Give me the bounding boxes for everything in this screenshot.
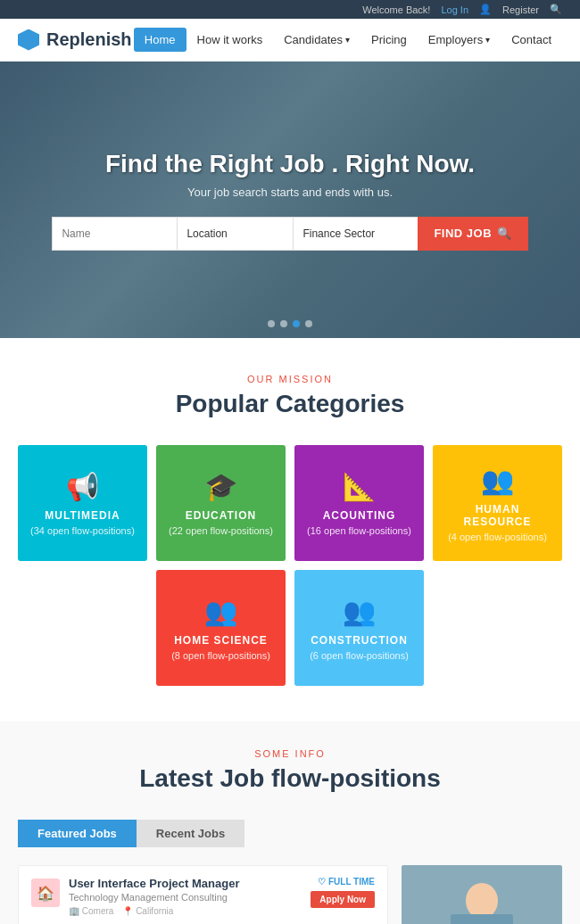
homescience-icon: 👥: [204, 596, 237, 627]
apply-button-1[interactable]: Apply Now: [311, 891, 375, 908]
jobs-layout: 🏠 User Interface Project Manager Technol…: [18, 865, 562, 924]
login-link[interactable]: Log In: [441, 4, 468, 15]
multimedia-count: (34 open flow-positions): [30, 525, 135, 536]
svg-rect-4: [451, 914, 513, 924]
categories-label: OUR MISSION: [18, 374, 562, 384]
location-select[interactable]: Location: [177, 217, 293, 251]
hero-section: Find the Right Job . Right Now. Your job…: [0, 62, 580, 338]
categories-section: OUR MISSION Popular Categories 📢 MULTIME…: [0, 338, 580, 722]
education-icon: 🎓: [204, 471, 237, 502]
nav-how-it-works[interactable]: How it works: [186, 28, 274, 52]
dot-3[interactable]: [293, 320, 300, 327]
nav-contact[interactable]: Contact: [501, 28, 562, 52]
job-item: 🏠 User Interface Project Manager Technol…: [18, 865, 388, 924]
job-icon-1: 🏠: [31, 879, 60, 907]
nav-bar: Replenish Home How it works Candidates P…: [0, 19, 580, 62]
construction-icon: 👥: [343, 596, 376, 627]
name-input[interactable]: [52, 217, 177, 251]
category-home-science[interactable]: 👥 HOME SCIENCE (8 open flow-positions): [156, 570, 286, 686]
education-name: EDUCATION: [186, 509, 256, 522]
accounting-count: (16 open flow-positions): [307, 525, 411, 536]
register-link[interactable]: Register: [502, 4, 539, 15]
jobs-tabs: Featured Jobs Recent Jobs: [18, 820, 562, 847]
dot-1[interactable]: [268, 320, 275, 327]
hr-name: HUMAN RESOURCE: [442, 503, 553, 528]
category-accounting[interactable]: 📐 ACOUNTING (16 open flow-positions): [294, 445, 424, 561]
search-icon[interactable]: 🔍: [550, 4, 562, 15]
job-details-1: User Interface Project Manager Technolog…: [69, 877, 302, 924]
find-job-button[interactable]: FIND JOB 🔍: [418, 217, 527, 251]
dot-4[interactable]: [305, 320, 312, 327]
category-multimedia[interactable]: 📢 MULTIMEDIA (34 open flow-positions): [18, 445, 147, 561]
register-icon: 👤: [479, 4, 492, 15]
nav-links: Home How it works Candidates Pricing Emp…: [134, 28, 562, 52]
accounting-name: ACOUNTING: [323, 509, 396, 522]
logo: Replenish: [18, 29, 132, 51]
category-construction[interactable]: 👥 CONSTRUCTION (6 open flow-positions): [294, 570, 424, 686]
nav-pricing[interactable]: Pricing: [360, 28, 418, 52]
hero-title: Find the Right Job . Right Now.: [18, 150, 562, 178]
hero-subtitle: Your job search starts and ends with us.: [18, 186, 562, 199]
top-bar: Welcome Back! Log In 👤 Register 🔍: [0, 0, 580, 19]
categories-title: Popular Categories: [18, 390, 562, 418]
construction-name: CONSTRUCTION: [311, 634, 408, 647]
job-meta-1: 🏢 Comera 📍 California 💵 $300000 - 500000…: [69, 906, 302, 924]
tab-recent[interactable]: Recent Jobs: [137, 820, 244, 847]
categories-grid: 📢 MULTIMEDIA (34 open flow-positions) 🎓 …: [18, 445, 562, 686]
homescience-name: HOME SCIENCE: [174, 634, 268, 647]
hr-count: (4 open flow-positions): [448, 532, 547, 542]
logo-icon: [18, 29, 39, 51]
find-job-label: FIND JOB: [434, 227, 492, 240]
latest-jobs-section: SOME INFO Latest Job flow-positions Feat…: [0, 722, 580, 924]
education-count: (22 open flow-positions): [169, 525, 273, 536]
category-hr[interactable]: 👥 HUMAN RESOURCE (4 open flow-positions): [433, 445, 562, 561]
welcome-text: Welcome Back!: [362, 4, 430, 15]
sector-select[interactable]: Finance Sector: [293, 217, 418, 251]
job-type-1: ♡ FULL TIME: [318, 877, 375, 887]
accounting-icon: 📐: [343, 471, 376, 502]
job-image-1: [402, 865, 562, 924]
jobs-images: [402, 865, 562, 924]
svg-point-1: [466, 883, 498, 919]
job-building-icon-1: 🏢 Comera: [69, 906, 113, 916]
tab-featured[interactable]: Featured Jobs: [18, 820, 137, 847]
dot-2[interactable]: [280, 320, 287, 327]
logo-text: Replenish: [46, 29, 132, 50]
jobs-list: 🏠 User Interface Project Manager Technol…: [18, 865, 388, 924]
construction-count: (6 open flow-positions): [310, 650, 409, 661]
nav-employers[interactable]: Employers: [418, 28, 501, 52]
job-company-1: Technology Management Consulting: [69, 892, 302, 903]
job-location-icon-1: 📍 California: [122, 906, 173, 916]
multimedia-name: MULTIMEDIA: [45, 509, 120, 522]
hero-dots: [268, 320, 312, 327]
homescience-count: (8 open flow-positions): [171, 650, 270, 661]
search-btn-icon: 🔍: [497, 227, 512, 240]
search-bar: Location Finance Sector FIND JOB 🔍: [18, 217, 562, 251]
job-right-1: ♡ FULL TIME Apply Now: [311, 877, 375, 908]
multimedia-icon: 📢: [66, 471, 99, 502]
nav-home[interactable]: Home: [134, 28, 186, 52]
latest-title: Latest Job flow-positions: [18, 764, 562, 793]
latest-label: SOME INFO: [18, 748, 562, 759]
nav-candidates[interactable]: Candidates: [273, 28, 360, 52]
job-title-1: User Interface Project Manager: [69, 877, 302, 890]
hr-icon: 👥: [481, 465, 514, 496]
hero-content: Find the Right Job . Right Now. Your job…: [0, 132, 580, 268]
category-education[interactable]: 🎓 EDUCATION (22 open flow-positions): [156, 445, 286, 561]
